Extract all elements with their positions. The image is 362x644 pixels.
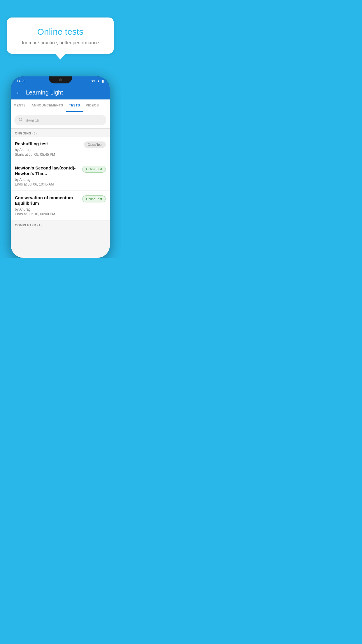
test-info: Newton's Second law(contd)-Newton's Thir…: [15, 165, 79, 186]
tab-bar: MENTS ANNOUNCEMENTS TESTS VIDEOS: [11, 99, 110, 112]
search-container: Search: [11, 112, 110, 129]
phone-frame: 14:29 ▾▾ ▲ ▮ ← Learning Light MENTS ANNO…: [11, 76, 110, 258]
test-author: by Anurag: [15, 148, 81, 152]
app-title: Learning Light: [26, 89, 63, 96]
test-title: Newton's Second law(contd)-Newton's Thir…: [15, 165, 79, 176]
test-item[interactable]: Newton's Second law(contd)-Newton's Thir…: [11, 161, 110, 191]
test-info: Conservation of momentum-Equilibrium by …: [15, 195, 79, 216]
phone-notch: [49, 76, 72, 83]
test-date: Ends at Jul 06, 10:45 AM: [15, 182, 79, 186]
front-camera: [59, 78, 62, 81]
test-badge-online: Online Test: [82, 166, 106, 173]
phone-wrapper: 14:29 ▾▾ ▲ ▮ ← Learning Light MENTS ANNO…: [0, 62, 121, 258]
test-item[interactable]: Conservation of momentum-Equilibrium by …: [11, 191, 110, 220]
test-date: Starts at Jul 05, 05:45 PM: [15, 153, 81, 157]
ongoing-section-header: ONGOING (3): [11, 129, 110, 137]
svg-line-1: [22, 120, 22, 121]
test-title: Conservation of momentum-Equilibrium: [15, 195, 79, 206]
phone-inner: ← Learning Light MENTS ANNOUNCEMENTS TES…: [11, 86, 110, 258]
app-header: ← Learning Light: [11, 86, 110, 99]
test-item[interactable]: Reshuffling test by Anurag Starts at Jul…: [11, 137, 110, 161]
content-area: Search ONGOING (3) Reshuffling test by A…: [11, 112, 110, 258]
test-title: Reshuffling test: [15, 141, 81, 147]
signal-icon: ▲: [97, 79, 100, 83]
test-author: by Anurag: [15, 178, 79, 182]
test-author: by Anurag: [15, 207, 79, 211]
promo-subtitle: for more practice, better performance: [14, 40, 107, 46]
tab-videos[interactable]: VIDEOS: [83, 99, 102, 112]
status-time: 14:29: [17, 79, 25, 83]
test-badge-class: Class Test: [84, 141, 106, 148]
search-bar[interactable]: Search: [14, 115, 106, 125]
speech-bubble: Online tests for more practice, better p…: [7, 18, 114, 54]
wifi-icon: ▾▾: [92, 79, 95, 83]
svg-point-0: [19, 118, 22, 121]
test-badge-online: Online Test: [82, 195, 106, 202]
status-icons: ▾▾ ▲ ▮: [92, 79, 104, 83]
promo-title: Online tests: [14, 27, 107, 37]
test-date: Ends at Jun 10, 06:00 PM: [15, 212, 79, 216]
battery-icon: ▮: [102, 79, 104, 83]
test-info: Reshuffling test by Anurag Starts at Jul…: [15, 141, 81, 157]
search-icon: [18, 117, 23, 123]
tab-announcements[interactable]: ANNOUNCEMENTS: [29, 99, 66, 112]
search-placeholder: Search: [25, 118, 39, 123]
back-button[interactable]: ←: [15, 89, 21, 96]
tab-tests[interactable]: TESTS: [66, 99, 83, 112]
promo-section: Online tests for more practice, better p…: [0, 0, 121, 62]
completed-section-header: COMPLETED (1): [11, 220, 110, 229]
tab-ments[interactable]: MENTS: [11, 99, 29, 112]
